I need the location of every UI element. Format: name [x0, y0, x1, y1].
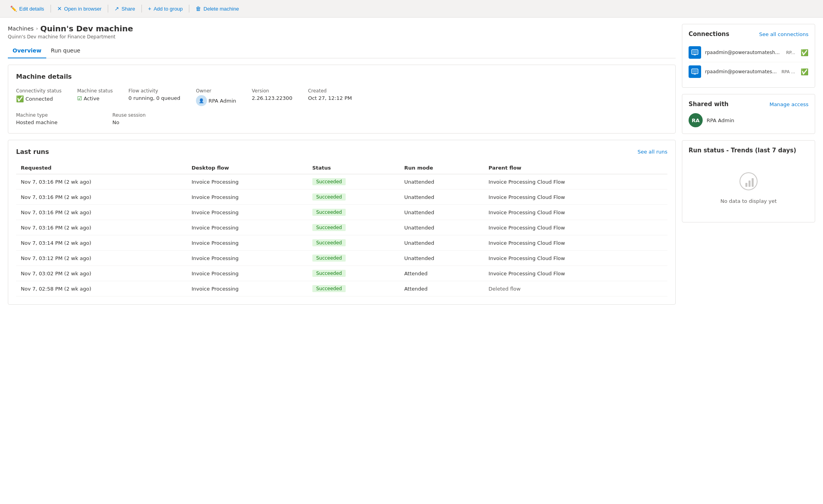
created-label: Created [308, 88, 352, 94]
status-badge: Succeeded [312, 224, 346, 231]
status-badge: Succeeded [312, 193, 346, 201]
left-panel: Machines › Quinn's Dev machine Quinn's D… [8, 24, 676, 311]
breadcrumb-parent[interactable]: Machines [8, 25, 34, 32]
connections-card: Connections See all connections rpaadmin… [682, 24, 815, 88]
cell-parent-flow: Invoice Processing Cloud Flow [484, 205, 667, 220]
cell-status: Succeeded [308, 235, 400, 251]
cell-parent-flow: Invoice Processing Cloud Flow [484, 266, 667, 281]
cell-run-mode: Unattended [399, 220, 484, 235]
cell-run-mode: Unattended [399, 205, 484, 220]
cell-parent-flow: Invoice Processing Cloud Flow [484, 235, 667, 251]
add-icon: + [148, 5, 151, 12]
edit-icon: ✏️ [10, 5, 17, 12]
shared-user-avatar: RA [689, 113, 703, 127]
trends-empty-icon [738, 171, 759, 195]
status-badge: Succeeded [312, 270, 346, 277]
details-grid-row2: Machine type Hosted machine Reuse sessio… [16, 112, 667, 125]
cell-status: Succeeded [308, 205, 400, 220]
owner-item: Owner 👤 RPA Admin [196, 88, 236, 106]
open-browser-button[interactable]: ✕ Open in browser [53, 3, 105, 14]
owner-value: 👤 RPA Admin [196, 95, 236, 106]
cell-desktop-flow: Invoice Processing [187, 220, 308, 235]
cell-parent-flow: Invoice Processing Cloud Flow [484, 220, 667, 235]
cell-requested: Nov 7, 03:16 PM (2 wk ago) [16, 205, 187, 220]
shared-item: RA RPA Admin [689, 113, 808, 127]
run-status-card: Run status - Trends (last 7 days) No dat… [682, 140, 815, 222]
runs-table-head: Requested Desktop flow Status Run mode P… [16, 162, 667, 174]
table-row[interactable]: Nov 7, 03:16 PM (2 wk ago) Invoice Proce… [16, 205, 667, 220]
share-button[interactable]: ↗ Share [111, 3, 139, 14]
connectivity-value: ✅ Connected [16, 95, 62, 103]
cell-run-mode: Unattended [399, 251, 484, 266]
see-all-runs-link[interactable]: See all runs [638, 149, 667, 155]
created-item: Created Oct 27, 12:12 PM [308, 88, 352, 106]
connections-header: Connections See all connections [689, 31, 808, 38]
cell-requested: Nov 7, 03:14 PM (2 wk ago) [16, 235, 187, 251]
run-status-header: Run status - Trends (last 7 days) [689, 147, 808, 154]
last-runs-card: Last runs See all runs Requested Desktop… [8, 140, 676, 305]
cell-status: Succeeded [308, 281, 400, 296]
delete-icon: 🗑 [196, 5, 201, 12]
status-badge: Succeeded [312, 178, 346, 185]
connection-item[interactable]: rpaadmin@powerautomatesh001.onmicro... R… [689, 62, 808, 81]
cell-parent-flow: Deleted flow [484, 281, 667, 296]
manage-access-link[interactable]: Manage access [769, 101, 808, 107]
tabs-container: Overview Run queue [8, 44, 676, 58]
col-desktop-flow: Desktop flow [187, 162, 308, 174]
reuse-session-label: Reuse session [112, 112, 146, 118]
table-row[interactable]: Nov 7, 03:16 PM (2 wk ago) Invoice Proce… [16, 174, 667, 190]
connection-icon [689, 65, 701, 78]
cell-requested: Nov 7, 03:16 PM (2 wk ago) [16, 190, 187, 205]
machine-details-title: Machine details [16, 73, 667, 80]
runs-table: Requested Desktop flow Status Run mode P… [16, 162, 667, 296]
table-row[interactable]: Nov 7, 03:16 PM (2 wk ago) Invoice Proce… [16, 190, 667, 205]
cell-parent-flow: Invoice Processing Cloud Flow [484, 174, 667, 190]
cell-run-mode: Attended [399, 266, 484, 281]
table-row[interactable]: Nov 7, 03:16 PM (2 wk ago) Invoice Proce… [16, 220, 667, 235]
run-status-title: Run status - Trends (last 7 days) [689, 147, 796, 154]
breadcrumb: Machines › Quinn's Dev machine [8, 24, 676, 33]
version-value: 2.26.123.22300 [252, 95, 292, 101]
table-row[interactable]: Nov 7, 03:02 PM (2 wk ago) Invoice Proce… [16, 266, 667, 281]
connections-title: Connections [689, 31, 729, 38]
svg-rect-6 [749, 181, 750, 187]
tab-run-queue[interactable]: Run queue [46, 44, 85, 58]
status-badge: Succeeded [312, 285, 346, 292]
delete-machine-button[interactable]: 🗑 Delete machine [192, 3, 243, 14]
details-grid: Connectivity status ✅ Connected Machine … [16, 88, 667, 106]
connection-item[interactable]: rpaadmin@powerautomatesh001.onmicros... … [689, 43, 808, 62]
shared-with-card: Shared with Manage access RA RPA Admin [682, 94, 815, 134]
owner-avatar: 👤 [196, 95, 207, 106]
cell-status: Succeeded [308, 251, 400, 266]
cell-run-mode: Unattended [399, 174, 484, 190]
connection-badge: RPA ... [781, 69, 795, 74]
table-row[interactable]: Nov 7, 03:14 PM (2 wk ago) Invoice Proce… [16, 235, 667, 251]
trends-empty-state: No data to display yet [689, 159, 808, 216]
cell-requested: Nov 7, 03:16 PM (2 wk ago) [16, 174, 187, 190]
connection-email: rpaadmin@powerautomatesh001.onmicro... [705, 69, 778, 74]
cell-requested: Nov 7, 03:16 PM (2 wk ago) [16, 220, 187, 235]
version-item: Version 2.26.123.22300 [252, 88, 292, 106]
see-all-connections-link[interactable]: See all connections [759, 31, 808, 37]
status-badge: Succeeded [312, 239, 346, 246]
cell-status: Succeeded [308, 266, 400, 281]
table-row[interactable]: Nov 7, 03:12 PM (2 wk ago) Invoice Proce… [16, 251, 667, 266]
flow-activity-item: Flow activity 0 running, 0 queued [129, 88, 180, 106]
cell-desktop-flow: Invoice Processing [187, 174, 308, 190]
machine-status-item: Machine status ☑ Active [77, 88, 113, 106]
tab-overview[interactable]: Overview [8, 44, 46, 58]
machine-status-label: Machine status [77, 88, 113, 94]
svg-rect-5 [745, 183, 747, 187]
connectivity-status-item: Connectivity status ✅ Connected [16, 88, 62, 106]
add-to-group-button[interactable]: + Add to group [144, 3, 187, 14]
cell-run-mode: Attended [399, 281, 484, 296]
cell-status: Succeeded [308, 190, 400, 205]
cell-run-mode: Unattended [399, 190, 484, 205]
cell-parent-flow: Invoice Processing Cloud Flow [484, 190, 667, 205]
table-row[interactable]: Nov 7, 02:58 PM (2 wk ago) Invoice Proce… [16, 281, 667, 296]
edit-details-button[interactable]: ✏️ Edit details [6, 3, 48, 14]
connections-list: rpaadmin@powerautomatesh001.onmicros... … [689, 43, 808, 81]
cell-requested: Nov 7, 02:58 PM (2 wk ago) [16, 281, 187, 296]
page-subtitle: Quinn's Dev machine for Finance Departme… [8, 34, 676, 40]
machine-status-value: ☑ Active [77, 95, 113, 101]
